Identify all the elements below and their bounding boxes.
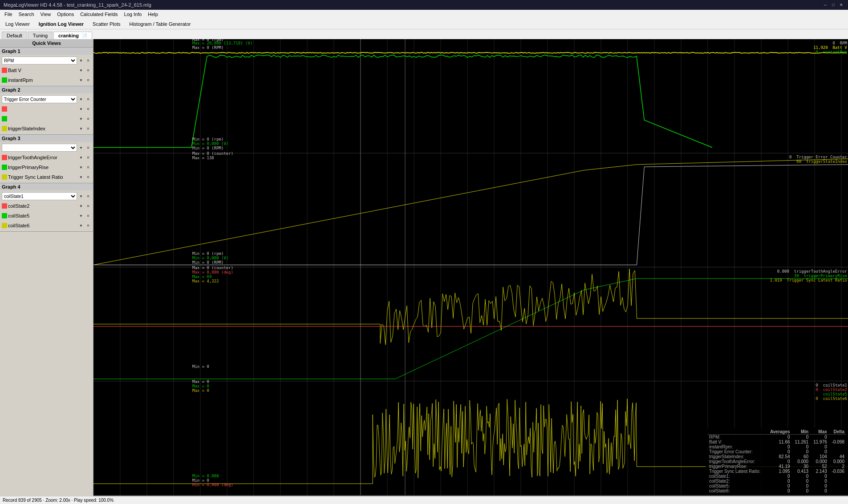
graph2-triggerstate-dropdown[interactable]: ▼ bbox=[78, 125, 84, 132]
stats-row-max: 0.000 bbox=[810, 459, 829, 464]
menu-view[interactable]: View bbox=[38, 11, 54, 17]
graph3-section: Graph 3 ▼ ≡ triggerToothAngleError ▼ ≡ t… bbox=[0, 135, 93, 183]
graph2-row3-menu[interactable]: ≡ bbox=[85, 116, 91, 122]
chart-area[interactable]: Averages Min Max Delta RPM: 0 0 0 Batt V… bbox=[93, 39, 848, 504]
stats-row-name: triggerPrimaryRise: bbox=[707, 464, 767, 469]
graph1-battv-menu[interactable]: ≡ bbox=[85, 67, 91, 73]
graph1-row-instantrpm: instantRpm ▼ ≡ bbox=[0, 75, 93, 85]
tab-default[interactable]: Default bbox=[2, 32, 27, 39]
graph4-label: Graph 4 bbox=[0, 183, 93, 190]
tabs-bar: Default Tuning cranking 📄 bbox=[0, 29, 848, 39]
stats-col-min: Min bbox=[792, 429, 811, 435]
stats-col-name bbox=[707, 429, 767, 435]
graph2-row2-color bbox=[2, 106, 7, 112]
stats-row-delta bbox=[829, 444, 846, 449]
stats-row-min: 11.261 bbox=[792, 439, 811, 444]
menu-file[interactable]: File bbox=[2, 11, 15, 17]
graph4-coil1-select[interactable]: coilState1 bbox=[2, 192, 77, 200]
toolbar-histogram[interactable]: Histogram / Table Generator bbox=[126, 20, 194, 28]
graph1-rpm-menu[interactable]: ≡ bbox=[85, 57, 91, 64]
quick-views-header: Quick Views bbox=[0, 39, 93, 48]
stats-row: Batt V: 11.66 11.261 11.976 -0.098 bbox=[707, 439, 846, 444]
graph2-triggerstate-menu[interactable]: ≡ bbox=[85, 125, 91, 132]
graph4-coil2-menu[interactable]: ≡ bbox=[85, 203, 91, 209]
stats-row-name: Trigger Sync Latest Ratio: bbox=[707, 469, 767, 474]
graph4-coil5-menu[interactable]: ≡ bbox=[85, 213, 91, 219]
graph4-coil6-menu[interactable]: ≡ bbox=[85, 222, 91, 229]
graph2-trigger-menu[interactable]: ≡ bbox=[85, 96, 91, 102]
stats-tbody: RPM: 0 0 0 Batt V: 11.66 11.261 11.976 -… bbox=[707, 435, 846, 494]
tab-tuning[interactable]: Tuning bbox=[28, 32, 53, 39]
graph3-primaryrise-dropdown[interactable]: ▼ bbox=[78, 164, 84, 170]
graph1-rpm-dropdown[interactable]: ▼ bbox=[78, 57, 84, 64]
graph2-row3-dropdown[interactable]: ▼ bbox=[78, 116, 84, 122]
graph4-coil5-dropdown[interactable]: ▼ bbox=[78, 213, 84, 219]
graph4-coil1-dropdown[interactable]: ▼ bbox=[78, 193, 84, 199]
graph1-battv-dropdown[interactable]: ▼ bbox=[78, 67, 84, 73]
restore-button[interactable]: □ bbox=[830, 2, 836, 8]
stats-row-avg: 0 bbox=[767, 435, 792, 440]
menu-log-info[interactable]: Log Info bbox=[122, 11, 145, 17]
tab-cranking[interactable]: cranking 📄 bbox=[53, 32, 92, 39]
graph4-coil5-name: coilState5 bbox=[8, 213, 77, 218]
graph4-coil6-dropdown[interactable]: ▼ bbox=[78, 222, 84, 229]
graph1-rows: RPM ▼ ≡ Batt V ▼ ≡ instantRpm ▼ ≡ bbox=[0, 55, 93, 86]
stats-row-name: Trigger Error Counter: bbox=[707, 449, 767, 454]
menu-search[interactable]: Search bbox=[16, 11, 37, 17]
stats-row-delta bbox=[829, 479, 846, 484]
graph1-instantrpm-menu[interactable]: ≡ bbox=[85, 77, 91, 83]
graph2-trigger-select[interactable]: Trigger Error Counter bbox=[2, 95, 77, 103]
menu-options[interactable]: Options bbox=[54, 11, 77, 17]
graph3-syncratio-dropdown[interactable]: ▼ bbox=[78, 174, 84, 180]
stats-row-name: coilState1: bbox=[707, 474, 767, 479]
graph2-section: Graph 2 Trigger Error Counter ▼ ≡ ▼ ≡ ▼ bbox=[0, 86, 93, 135]
stats-row-name: coilState2: bbox=[707, 479, 767, 484]
stats-row-delta bbox=[829, 484, 846, 488]
stats-row: Trigger Sync Latest Ratio: 1.095 0.413 2… bbox=[707, 469, 846, 474]
graph2-row-trigger: Trigger Error Counter ▼ ≡ bbox=[0, 94, 93, 104]
graph4-row-coil5: coilState5 ▼ ≡ bbox=[0, 211, 93, 221]
stats-row-name: coilState6: bbox=[707, 488, 767, 493]
graph4-coil6-name: coilState6 bbox=[8, 223, 77, 228]
tab-icon: 📄 bbox=[82, 33, 87, 38]
stats-row-min: 0.000 bbox=[792, 459, 811, 464]
menu-calculated-fields[interactable]: Calculated Fields bbox=[77, 11, 120, 17]
stats-row-min: 0.413 bbox=[792, 469, 811, 474]
graph3-primaryrise-menu[interactable]: ≡ bbox=[85, 164, 91, 170]
graph2-row2-dropdown[interactable]: ▼ bbox=[78, 106, 84, 112]
graph3-syncratio-name: Trigger Sync Latest Ratio bbox=[8, 174, 77, 180]
stats-col-max: Max bbox=[810, 429, 829, 435]
graph3-row1-dropdown[interactable]: ▼ bbox=[78, 145, 84, 151]
toolbar-ignition-log-viewer[interactable]: Ignition Log Viewer bbox=[35, 20, 87, 28]
graph1-instantrpm-dropdown[interactable]: ▼ bbox=[78, 77, 84, 83]
stats-row: Trigger Error Counter: 0 0 0 bbox=[707, 449, 846, 454]
stats-row-avg: 0 bbox=[767, 449, 792, 454]
graph4-coil2-color bbox=[2, 203, 7, 209]
graph1-rpm-select[interactable]: RPM bbox=[2, 56, 77, 65]
menu-bar: File Search View Options Calculated Fiel… bbox=[0, 10, 848, 19]
close-button[interactable]: ✕ bbox=[838, 2, 844, 8]
minimize-button[interactable]: ─ bbox=[822, 2, 828, 8]
graph3-triggerangle-dropdown[interactable]: ▼ bbox=[78, 154, 84, 161]
graph1-section: Graph 1 RPM ▼ ≡ Batt V ▼ ≡ instantRpm ▼ bbox=[0, 48, 93, 86]
toolbar-log-viewer[interactable]: Log Viewer bbox=[2, 20, 33, 28]
graph3-row1-menu[interactable]: ≡ bbox=[85, 145, 91, 151]
stats-row: instantRpm: 0 0 0 bbox=[707, 444, 846, 449]
toolbar-scatter-plots[interactable]: Scatter Plots bbox=[89, 20, 124, 28]
graph1-instantrpm-name: instantRpm bbox=[8, 77, 77, 83]
graph4-coil2-dropdown[interactable]: ▼ bbox=[78, 203, 84, 209]
menu-help[interactable]: Help bbox=[145, 11, 161, 17]
stats-row-min: 0 bbox=[792, 449, 811, 454]
graph2-trigger-dropdown[interactable]: ▼ bbox=[78, 96, 84, 102]
stats-panel: Averages Min Max Delta RPM: 0 0 0 Batt V… bbox=[706, 427, 848, 495]
graph2-triggerstate-name: triggerStateIndex bbox=[8, 126, 77, 131]
window-controls: ─ □ ✕ bbox=[822, 2, 844, 8]
graph3-row-1: ▼ ≡ bbox=[0, 143, 93, 153]
graph2-row2-menu[interactable]: ≡ bbox=[85, 106, 91, 112]
stats-row-min: 0 bbox=[792, 444, 811, 449]
graph3-primaryrise-name: triggerPrimaryRise bbox=[8, 165, 77, 170]
graph3-select1[interactable] bbox=[2, 144, 77, 152]
graph3-triggerangle-menu[interactable]: ≡ bbox=[85, 154, 91, 161]
graph3-syncratio-menu[interactable]: ≡ bbox=[85, 174, 91, 180]
graph4-coil1-menu[interactable]: ≡ bbox=[85, 193, 91, 199]
